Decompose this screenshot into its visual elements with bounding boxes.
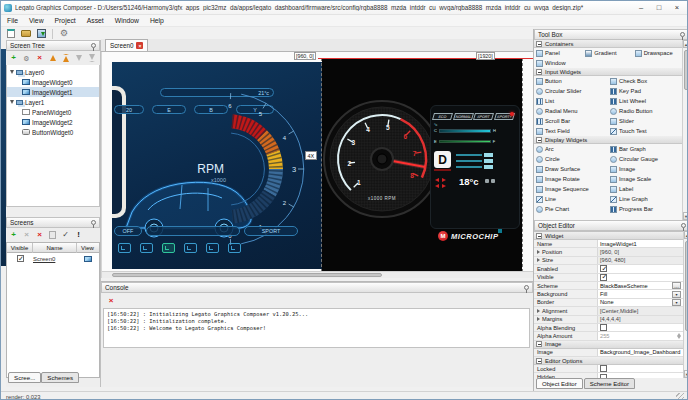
collapse-icon[interactable] (536, 41, 542, 47)
duplicate-screen-button[interactable] (47, 230, 58, 241)
prop-value-margins[interactable]: [4,4,4,4] (598, 316, 683, 323)
menu-asset[interactable]: Asset (87, 17, 104, 24)
toolbox-item-pie-chart[interactable]: Pie Chart (534, 204, 608, 214)
collapse-icon[interactable] (536, 358, 542, 364)
alpha-amount-value[interactable]: 255 (600, 333, 610, 339)
menu-view[interactable]: View (29, 17, 44, 24)
toolbox-item-circular-slider[interactable]: Circular Slider (534, 86, 608, 96)
delete-widget-button[interactable]: × (34, 53, 45, 64)
section-containers[interactable]: Containers (534, 40, 682, 48)
toolbox-item-check-box[interactable]: Check Box (608, 76, 682, 86)
expander-icon[interactable] (10, 70, 14, 74)
toolbox-item-scroll-bar[interactable]: Scroll Bar (534, 116, 608, 126)
toolbox-item-window[interactable]: Window (534, 58, 583, 68)
tab-scheme-editor[interactable]: Scheme Editor (584, 378, 635, 389)
scroll-down-icon[interactable]: ▼ (684, 370, 688, 378)
console-log[interactable]: [16:50:22] : Initializing Legato Graphic… (103, 308, 530, 348)
scheme-browse-button[interactable]: … (672, 282, 681, 289)
collapse-icon[interactable] (536, 137, 542, 143)
close-tab-icon[interactable]: × (136, 42, 143, 49)
toolbox-item-text-field[interactable]: Text Field (534, 126, 608, 136)
move-top-button[interactable] (60, 53, 71, 64)
add-widget-button[interactable]: + (8, 53, 19, 64)
alpha-blending-checkbox[interactable] (600, 324, 607, 331)
tree-node-imagewidget1[interactable]: ImageWidget1 (7, 87, 99, 97)
toolbox-item-arc[interactable]: Arc (534, 144, 608, 154)
collapse-icon[interactable] (536, 69, 542, 75)
expand-icon[interactable] (537, 317, 540, 321)
warnings-button[interactable]: ! (73, 230, 84, 241)
scroll-up-icon[interactable]: ▲ (683, 40, 688, 48)
section-input-widgets[interactable]: Input Widgets (534, 68, 682, 76)
toolbox-item-panel[interactable]: Panel (534, 48, 583, 58)
add-screen-button[interactable]: + (8, 230, 19, 241)
tree-node-buttonwidget0[interactable]: ButtonWidget0 (7, 127, 99, 137)
toolbox-item-drawspace[interactable]: Drawspace (633, 48, 682, 58)
menu-help[interactable]: Help (150, 17, 164, 24)
screen-row[interactable]: Screen0 (7, 253, 99, 264)
screen-view-icon[interactable] (84, 256, 92, 262)
background-value[interactable]: Fill (600, 291, 607, 297)
prop-section-image[interactable]: Image (534, 341, 683, 349)
visible-checkbox[interactable] (17, 255, 24, 262)
toolbox-item-label[interactable]: Label (608, 184, 682, 194)
tab-screens[interactable]: Scree... (8, 372, 41, 383)
toolbox-item-draw-surface[interactable]: Draw Surface (534, 164, 608, 174)
resize-grip[interactable] (676, 393, 684, 400)
prop-value-name[interactable]: ImageWidget1 (598, 240, 683, 247)
edit-widget-button[interactable]: ⚙ (21, 53, 32, 64)
menu-project[interactable]: Project (55, 17, 76, 24)
pin-icon[interactable] (91, 220, 96, 225)
scroll-up-icon[interactable]: ▲ (684, 231, 688, 239)
toolbox-item-line-graph[interactable]: Line Graph (608, 194, 682, 204)
save-project-button[interactable] (35, 28, 47, 39)
toolbox-item-touch-test[interactable]: Touch Test (608, 126, 682, 136)
toolbox-item-radio-button[interactable]: Radio Button (608, 106, 682, 116)
prop-value-position[interactable]: [960, 0] (598, 248, 683, 255)
toolbox-item-button[interactable]: Button (534, 76, 608, 86)
prop-value-size[interactable]: [960, 480] (598, 257, 683, 264)
open-project-button[interactable] (20, 28, 32, 39)
toolbox-item-list[interactable]: List (534, 96, 608, 106)
toolbox-item-radial-menu[interactable]: Radial Menu (534, 106, 608, 116)
tree-node-panelwidget0[interactable]: PanelWidget0 (7, 107, 99, 117)
delete-screen-button[interactable]: × (34, 230, 45, 241)
locked-checkbox[interactable] (600, 365, 607, 372)
screen-name[interactable]: Screen0 (33, 256, 77, 262)
tab-screen0[interactable]: Screen0 × (105, 39, 148, 51)
toolbox-item-key-pad[interactable]: Key Pad (608, 86, 682, 96)
prop-section-widget[interactable]: Widget (534, 232, 683, 240)
dropdown-icon[interactable]: ▾ (672, 299, 681, 306)
toolbox-item-progress-bar[interactable]: Progress Bar (608, 204, 682, 214)
tree-node-layer0[interactable]: Layer0 (7, 67, 99, 77)
settings-button[interactable]: ⚙ (58, 28, 70, 39)
hscroll-thumb[interactable] (112, 273, 382, 277)
minimize-button[interactable]: – (632, 3, 650, 12)
tree-node-imagewidget2[interactable]: ImageWidget2 (7, 117, 99, 127)
new-project-button[interactable] (5, 28, 17, 39)
close-button[interactable]: × (668, 3, 686, 12)
maximize-button[interactable]: □ (650, 3, 668, 12)
menu-file[interactable]: File (7, 17, 18, 24)
scroll-thumb[interactable] (684, 50, 688, 90)
section-display-widgets[interactable]: Display Widgets (534, 136, 682, 144)
prop-value-alignment[interactable]: [Center,Middle] (598, 307, 683, 314)
tab-object-editor[interactable]: Object Editor (536, 378, 583, 389)
pin-icon[interactable] (91, 43, 96, 48)
pin-icon[interactable] (680, 32, 685, 37)
toolbox-item-image-rotate[interactable]: Image Rotate (534, 174, 608, 184)
toolbox-item-slider[interactable]: Slider (608, 116, 682, 126)
menu-window[interactable]: Window (115, 17, 139, 24)
pin-icon[interactable] (524, 285, 529, 290)
enabled-checkbox[interactable] (600, 265, 607, 272)
tree-node-imagewidget0[interactable]: ImageWidget0 (7, 77, 99, 87)
dashboard-image-right-selected[interactable]: 1 2 3 4 5 6 7 8 x1000 RPM (322, 59, 522, 271)
collapse-icon[interactable] (536, 233, 542, 239)
toolbox-item-circle[interactable]: Circle (534, 154, 608, 164)
pin-icon[interactable] (681, 223, 686, 228)
tree-node-layer1[interactable]: Layer1 (7, 97, 99, 107)
visible-checkbox[interactable] (600, 274, 607, 281)
toolbox-scrollbar[interactable]: ▲ ▼ (682, 40, 688, 220)
expander-icon[interactable] (10, 100, 14, 104)
tab-schemes[interactable]: Schemes (41, 372, 79, 383)
